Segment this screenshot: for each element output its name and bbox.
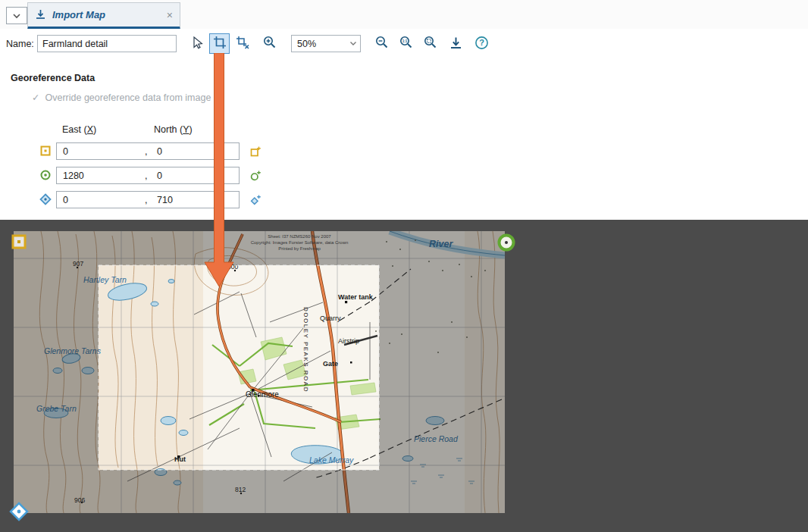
select-tool-button[interactable] bbox=[186, 33, 207, 54]
georeference-panel: Georeference Data ✓ Override georeferenc… bbox=[0, 59, 808, 220]
tab-bar: Import Map × bbox=[0, 0, 808, 30]
import-icon bbox=[449, 36, 463, 52]
chevron-down-icon bbox=[12, 11, 21, 21]
help-icon: ? bbox=[474, 36, 489, 52]
point2-east-value: 1280 bbox=[57, 171, 145, 181]
pick-point2-from-view-button[interactable] bbox=[250, 170, 262, 181]
point2-circle-icon bbox=[39, 169, 52, 181]
chevron-down-icon bbox=[346, 41, 360, 46]
toolbar: Name: 50% bbox=[0, 29, 808, 59]
svg-text:1:1: 1:1 bbox=[402, 39, 407, 43]
point1-marker[interactable] bbox=[11, 233, 27, 252]
name-label: Name: bbox=[6, 39, 34, 49]
crop-remove-icon bbox=[236, 36, 249, 52]
north-column-header: North (Y) bbox=[154, 124, 193, 135]
pick-point1-from-view-button[interactable] bbox=[250, 146, 262, 157]
zoom-out-icon bbox=[375, 36, 389, 52]
map-image[interactable]: Sheet: I37 NZMS260 Nov 2007 Copyright: I… bbox=[14, 231, 505, 513]
crop-tool-button[interactable] bbox=[209, 33, 230, 54]
point2-marker[interactable] bbox=[496, 233, 516, 255]
point1-coordinates-input[interactable]: 0 , 0 bbox=[56, 142, 240, 160]
point3-north-value: 710 bbox=[154, 195, 173, 205]
tab-list-dropdown-button[interactable] bbox=[6, 7, 27, 24]
point3-coordinates-input[interactable]: 0 , 710 bbox=[56, 191, 240, 208]
point3-marker[interactable] bbox=[9, 502, 29, 524]
point1-north-value: 0 bbox=[154, 146, 162, 157]
svg-text:?: ? bbox=[479, 38, 484, 47]
point2-north-value: 0 bbox=[154, 171, 162, 181]
tab-close-icon[interactable]: × bbox=[167, 10, 173, 20]
override-georeference-checkbox[interactable]: ✓ Override georeference data from image bbox=[32, 92, 211, 103]
help-button[interactable]: ? bbox=[471, 33, 492, 54]
zoom-level-select[interactable]: 50% bbox=[291, 35, 361, 52]
pick-point3-from-view-button[interactable] bbox=[250, 194, 262, 205]
zoom-to-fit-button[interactable] bbox=[420, 33, 440, 54]
checkmark-icon: ✓ bbox=[32, 92, 39, 103]
point1-square-icon bbox=[39, 145, 52, 157]
import-button[interactable] bbox=[446, 33, 466, 54]
point3-diamond-icon bbox=[39, 193, 52, 205]
zoom-in-button[interactable] bbox=[259, 33, 280, 54]
map-name-input[interactable] bbox=[37, 35, 177, 52]
tab-title: Import Map bbox=[52, 9, 161, 20]
zoom-fit-icon bbox=[424, 36, 437, 52]
zoom-actual-size-button[interactable]: 1:1 bbox=[396, 33, 416, 54]
east-column-header: East (X) bbox=[62, 124, 96, 135]
crop-icon bbox=[213, 36, 227, 52]
tab-import-map[interactable]: Import Map × bbox=[27, 2, 180, 30]
import-map-icon bbox=[35, 8, 46, 22]
topo-map-art bbox=[14, 231, 505, 513]
zoom-out-button[interactable] bbox=[371, 33, 392, 54]
remove-crop-button[interactable] bbox=[232, 33, 252, 54]
zoom-level-value: 50% bbox=[292, 39, 346, 49]
point2-coordinates-input[interactable]: 1280 , 0 bbox=[56, 167, 240, 184]
zoom-one-to-one-icon: 1:1 bbox=[399, 36, 413, 52]
cursor-arrow-icon bbox=[190, 36, 204, 52]
point1-east-value: 0 bbox=[57, 146, 145, 157]
point3-east-value: 0 bbox=[57, 195, 145, 205]
map-view-area[interactable]: Sheet: I37 NZMS260 Nov 2007 Copyright: I… bbox=[0, 220, 808, 532]
override-checkbox-label: Override georeference data from image bbox=[45, 92, 211, 103]
georeference-heading: Georeference Data bbox=[11, 73, 95, 83]
zoom-in-icon bbox=[263, 36, 277, 52]
